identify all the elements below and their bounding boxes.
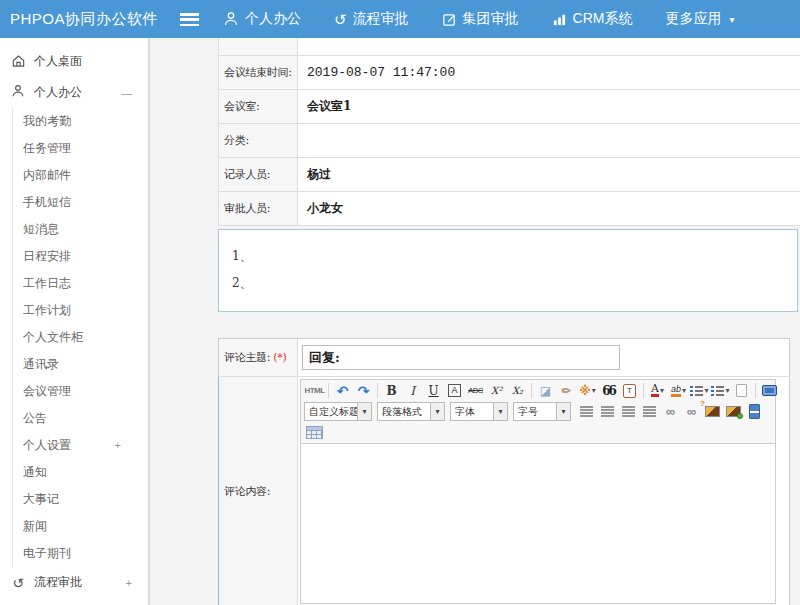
editor-content-area[interactable] [301,443,775,603]
heading-select[interactable]: 自定义标题 ▾ [304,402,372,421]
table-row-approver: 审批人员: 小龙女 [219,192,800,226]
note-line: 1、 [232,243,797,270]
align-left-button[interactable] [577,402,596,421]
bold-button[interactable]: B [382,381,401,400]
superscript-button[interactable]: X² [487,381,506,400]
sidebar-item-announcement[interactable]: 公告 [23,405,148,432]
redo-button[interactable]: ↷ [354,381,373,400]
font-color-icon: A [651,384,659,397]
rich-text-editor: HTML ↶ ↷ B I U A ABC X² X₂ [300,379,776,604]
caret-down-icon: ▾ [592,386,596,395]
align-justify-button[interactable] [640,402,659,421]
sidebar-item-label: 个人桌面 [34,53,82,70]
media-icon [749,404,760,419]
table-icon [306,426,323,439]
upload-image-button[interactable] [724,402,743,421]
undo-button[interactable]: ↶ [333,381,352,400]
font-color-button[interactable]: A ▾ [648,381,667,400]
menu-icon[interactable] [180,13,199,26]
italic-button[interactable]: I [403,381,422,400]
align-right-icon [622,406,635,417]
align-right-button[interactable] [619,402,638,421]
nav-item-label: 个人办公 [245,10,301,28]
auto-typeset-button[interactable]: ※ ▾ [578,381,597,400]
sidebar-item-sms[interactable]: 手机短信 [23,189,148,216]
unordered-list-button[interactable]: ▾ [711,381,730,400]
ordered-list-button[interactable]: ▾ [690,381,709,400]
font-style-icon[interactable]: A [448,384,460,397]
nav-item-label: 流程审批 [353,10,409,28]
nav-item-label: CRM系统 [573,10,633,28]
sidebar-item-workflow-approval[interactable]: ↺ 流程审批 + [0,567,148,598]
required-mark: (*) [273,351,286,364]
link-button[interactable]: ∞ [661,402,680,421]
nav-item-more-apps[interactable]: 更多应用 ▾ [665,10,734,28]
field-value: 会议室1 [298,90,800,123]
main-content: 会议结束时间: 2019-08-07 11:47:00 会议室: 会议室1 分类… [150,38,800,605]
sidebar-item-contacts[interactable]: 通讯录 [23,351,148,378]
nav-item-crm[interactable]: CRM系统 [552,10,633,28]
underline-button[interactable]: U [424,381,443,400]
sidebar-item-work-plan[interactable]: 工作计划 [23,297,148,324]
sidebar-item-news[interactable]: 新闻 [23,513,148,540]
subscript-button[interactable]: X₂ [508,381,527,400]
align-left-icon [580,406,593,417]
history-icon: ↺ [10,576,26,590]
format-painter-button[interactable]: ✏ [557,381,576,400]
sidebar-item-file-cabinet[interactable]: 个人文件柜 [23,324,148,351]
insert-media-button[interactable] [745,402,764,421]
sidebar-item-attendance[interactable]: 我的考勤 [23,108,148,135]
html-source-button[interactable]: HTML [305,381,324,400]
sidebar-item-desktop[interactable]: 个人桌面 [0,46,148,77]
sidebar-item-personal-settings[interactable]: 个人设置 + [23,432,148,459]
editor-toolbar-row3 [301,422,775,443]
sidebar-item-internal-mail[interactable]: 内部邮件 [23,162,148,189]
paragraph-format-select[interactable]: 段落格式 ▾ [377,402,445,421]
highlight-icon: ab [671,385,681,397]
expand-icon[interactable]: + [126,577,132,589]
field-label: 记录人员: [219,158,298,191]
highlight-color-button[interactable]: ab ▾ [669,381,688,400]
unlink-button[interactable]: ∞ ? [682,402,701,421]
expand-icon[interactable]: + [115,432,121,459]
caret-down-icon: ▾ [493,403,507,420]
insert-table-button[interactable] [305,423,324,442]
align-center-button[interactable] [598,402,617,421]
caret-down-icon: ▾ [729,14,734,25]
user-icon [10,84,26,101]
sidebar-item-meeting-management[interactable]: 会议管理 [23,378,148,405]
collapse-icon[interactable]: — [121,87,132,99]
sidebar-item-short-message[interactable]: 短消息 [23,216,148,243]
font-size-select[interactable]: 字号 ▾ [513,402,571,421]
sidebar-item-personal-office[interactable]: 个人办公 — [0,77,148,108]
paste-button[interactable]: T [620,381,639,400]
caret-down-icon: ▾ [725,386,729,395]
align-center-icon [601,406,614,417]
font-family-select[interactable]: 字体 ▾ [450,402,508,421]
sidebar-item-memorabilia[interactable]: 大事记 [23,486,148,513]
caret-down-icon: ▾ [660,386,664,395]
nav-item-label: 更多应用 [665,10,721,28]
comment-content-label: 评论内容: [219,377,298,605]
comment-subject-input[interactable] [302,345,620,370]
edit-icon [442,12,457,27]
comment-subject-row: 评论主题: (*) [219,339,789,377]
meeting-detail-table: 会议结束时间: 2019-08-07 11:47:00 会议室: 会议室1 分类… [218,38,800,226]
home-icon [10,53,26,71]
insert-image-button[interactable] [703,402,722,421]
remove-format-button[interactable]: ◪ [536,381,555,400]
blockquote-button[interactable]: 66 [599,381,618,400]
strikethrough-button[interactable]: ABC [466,381,485,400]
sidebar-item-schedule[interactable]: 日程安排 [23,243,148,270]
ordered-list-icon [690,385,703,396]
sidebar-item-task-management[interactable]: 任务管理 [23,135,148,162]
sidebar-item-notification[interactable]: 通知 [23,459,148,486]
fullscreen-button[interactable] [760,381,779,400]
new-document-button[interactable] [732,381,751,400]
nav-item-workflow-approval[interactable]: ↺ 流程审批 [334,10,409,28]
sidebar-item-work-diary[interactable]: 工作日志 [23,270,148,297]
nav-item-personal-office[interactable]: 个人办公 [223,10,301,28]
sidebar-item-e-journal[interactable]: 电子期刊 [23,540,148,567]
image-add-icon [726,406,741,417]
nav-item-group-approval[interactable]: 集团审批 [442,10,519,28]
